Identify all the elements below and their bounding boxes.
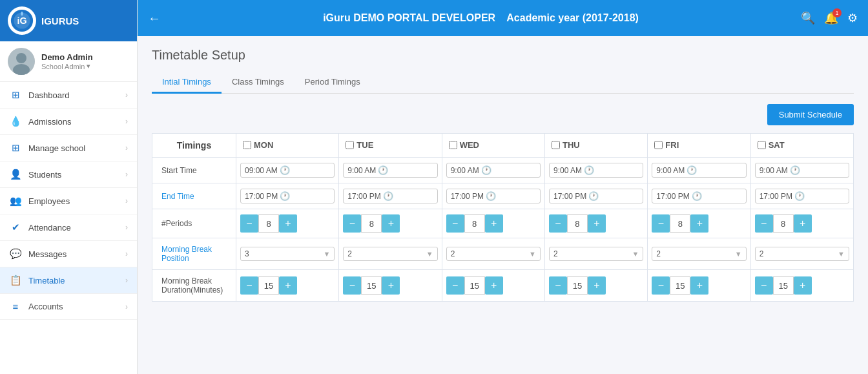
counter-decrement[interactable]: −: [446, 276, 464, 295]
dropdown[interactable]: 2 ▼: [652, 247, 746, 261]
submit-schedule-button[interactable]: Submit Schedule: [767, 104, 854, 125]
cell-wed: 17:00 PM 🕐: [442, 183, 544, 209]
day-checkbox-thu[interactable]: THU: [552, 140, 580, 150]
cell-wed: − 8 +: [442, 209, 544, 238]
day-checkbox-wed[interactable]: WED: [449, 140, 479, 150]
sidebar-logo: iG IGURUS: [0, 0, 137, 41]
tabs: Intial TimingsClass TimingsPeriod Timing…: [152, 72, 854, 94]
time-input[interactable]: 17:00 PM 🕐: [446, 189, 541, 203]
back-button[interactable]: ←: [148, 11, 161, 26]
counter-decrement[interactable]: −: [343, 276, 361, 295]
chevron-down-icon: ▼: [838, 250, 845, 258]
sidebar-item-students[interactable]: 👤 Students ›: [0, 161, 137, 188]
timings-header: Timings: [152, 134, 236, 158]
time-input[interactable]: 17:00 PM 🕐: [343, 189, 437, 203]
counter-wrap: − 15 +: [549, 276, 643, 295]
time-input[interactable]: 9:00 AM 🕐: [343, 163, 437, 178]
notification-icon[interactable]: 🔔 1: [824, 11, 838, 25]
time-input[interactable]: 9:00 AM 🕐: [446, 163, 541, 178]
time-input[interactable]: 17:00 PM 🕐: [755, 189, 849, 203]
counter-decrement[interactable]: −: [240, 214, 258, 233]
tab-class[interactable]: Class Timings: [222, 72, 294, 94]
counter-increment[interactable]: +: [279, 276, 297, 295]
clock-icon: 🕐: [280, 165, 290, 175]
counter-increment[interactable]: +: [485, 276, 503, 295]
day-check-tue[interactable]: [346, 141, 354, 149]
nav-arrow-icon: ›: [125, 170, 128, 179]
time-input[interactable]: 17:00 PM 🕐: [549, 189, 643, 203]
day-checkbox-fri[interactable]: FRI: [654, 140, 679, 150]
counter-decrement[interactable]: −: [755, 276, 773, 295]
sidebar-item-messages[interactable]: 💬 Messages ›: [0, 241, 137, 267]
dropdown[interactable]: 2 ▼: [446, 247, 541, 261]
sidebar-item-dashboard[interactable]: ⊞ Dashboard ›: [0, 82, 137, 109]
day-check-thu[interactable]: [552, 141, 560, 149]
sidebar-item-attendance[interactable]: ✔ Attendance ›: [0, 214, 137, 241]
time-input[interactable]: 17:00 PM 🕐: [652, 189, 746, 203]
counter-decrement[interactable]: −: [755, 214, 773, 233]
nav-arrow-icon: ›: [125, 276, 128, 285]
counter-value: 15: [773, 276, 794, 295]
counter-decrement[interactable]: −: [652, 276, 670, 295]
counter-increment[interactable]: +: [690, 276, 708, 295]
clock-icon: 🕐: [687, 165, 697, 175]
settings-icon[interactable]: ⚙: [847, 11, 858, 25]
counter-increment[interactable]: +: [794, 276, 812, 295]
counter-decrement[interactable]: −: [240, 276, 258, 295]
sidebar-item-admissions[interactable]: 💧 Admissions ›: [0, 109, 137, 135]
day-checkbox-tue[interactable]: TUE: [346, 140, 373, 150]
counter-increment[interactable]: +: [588, 214, 606, 233]
day-checkbox-sat[interactable]: SAT: [758, 140, 785, 150]
sidebar-item-label: Employees: [28, 196, 119, 206]
time-value: 9:00 AM: [656, 166, 685, 175]
dropdown[interactable]: 2 ▼: [549, 247, 643, 261]
time-input[interactable]: 9:00 AM 🕐: [549, 163, 643, 178]
dropdown[interactable]: 3 ▼: [240, 247, 335, 261]
counter-decrement[interactable]: −: [549, 276, 567, 295]
day-header-tue: TUE: [339, 134, 442, 158]
time-input[interactable]: 9:00 AM 🕐: [755, 163, 849, 178]
counter-increment[interactable]: +: [485, 214, 503, 233]
counter-increment[interactable]: +: [588, 276, 606, 295]
sidebar-item-label: Timetable: [28, 276, 119, 286]
day-check-sat[interactable]: [758, 141, 766, 149]
counter-increment[interactable]: +: [690, 214, 708, 233]
table-header-row: Timings MONTUEWEDTHUFRISAT: [152, 134, 854, 158]
counter-increment[interactable]: +: [382, 276, 400, 295]
day-check-fri[interactable]: [654, 141, 663, 149]
sidebar-nav: ⊞ Dashboard › 💧 Admissions › ⊞ Manage sc…: [0, 82, 137, 374]
day-checkbox-mon[interactable]: MON: [243, 140, 273, 150]
sidebar-item-employees[interactable]: 👥 Employees ›: [0, 188, 137, 214]
logo-icon: iG: [8, 6, 36, 35]
dropdown-value: 2: [760, 249, 764, 258]
counter-increment[interactable]: +: [382, 214, 400, 233]
time-input[interactable]: 9:00 AM 🕐: [652, 163, 746, 178]
sidebar-item-accounts[interactable]: ≡ Accounts ›: [0, 294, 137, 320]
cell-tue: − 15 +: [339, 270, 442, 302]
academic-year: Academic year (2017-2018): [506, 12, 639, 23]
cell-thu: 17:00 PM 🕐: [544, 183, 647, 209]
counter-decrement[interactable]: −: [446, 214, 464, 233]
sidebar-item-manage-school[interactable]: ⊞ Manage school ›: [0, 135, 137, 161]
day-check-mon[interactable]: [243, 141, 251, 149]
cell-thu: − 8 +: [544, 209, 647, 238]
time-input[interactable]: 17:00 PM 🕐: [240, 189, 335, 203]
counter-decrement[interactable]: −: [652, 214, 670, 233]
counter-decrement[interactable]: −: [549, 214, 567, 233]
counter-increment[interactable]: +: [279, 214, 297, 233]
counter-increment[interactable]: +: [794, 214, 812, 233]
time-input[interactable]: 09:00 AM 🕐: [240, 163, 335, 178]
day-check-wed[interactable]: [449, 141, 457, 149]
clock-icon: 🕐: [280, 191, 290, 201]
tab-initial[interactable]: Intial Timings: [152, 72, 222, 94]
nav-arrow-icon: ›: [125, 249, 128, 258]
dropdown[interactable]: 2 ▼: [343, 247, 437, 261]
tab-period[interactable]: Period Timings: [294, 72, 371, 94]
sidebar-item-timetable[interactable]: 📋 Timetable ›: [0, 267, 137, 294]
counter-wrap: − 8 +: [446, 214, 541, 233]
svg-point-4: [16, 53, 26, 63]
sidebar-item-label: Manage school: [28, 143, 119, 153]
dropdown[interactable]: 2 ▼: [755, 247, 849, 261]
search-icon[interactable]: 🔍: [801, 11, 815, 25]
counter-decrement[interactable]: −: [343, 214, 361, 233]
